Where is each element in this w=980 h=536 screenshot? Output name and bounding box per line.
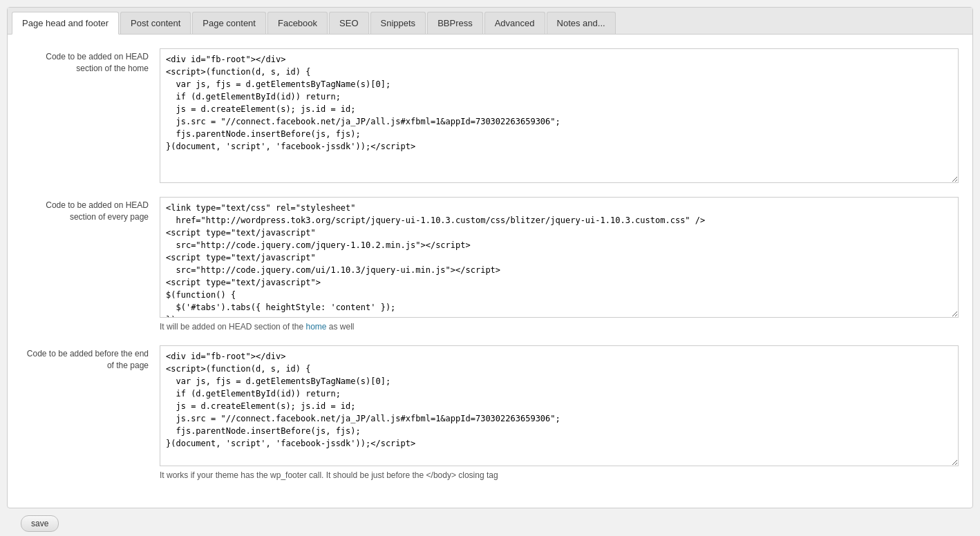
page-wrapper: Page head and footer Post content Page c…	[0, 0, 980, 536]
tab-bbpress[interactable]: BBPress	[427, 12, 483, 34]
label-before-end-page: Code to be added before the endof the pa…	[21, 345, 160, 372]
field-head-home: <div id="fb-root"></div> <script>(functi…	[160, 48, 959, 183]
textarea-before-end-page[interactable]: <div id="fb-root"></div> <script>(functi…	[160, 345, 959, 466]
field-head-every-page: <link type="text/css" rel="stylesheet" h…	[160, 197, 959, 332]
hint-before-end-page: It works if your theme has the wp_footer…	[160, 470, 959, 480]
section-head-home: Code to be added on HEADsection of the h…	[21, 48, 959, 183]
tab-page-content[interactable]: Page content	[192, 12, 266, 34]
tab-advanced[interactable]: Advanced	[484, 12, 545, 34]
tab-seo[interactable]: SEO	[329, 12, 368, 34]
tab-facebook[interactable]: Facebook	[267, 12, 328, 34]
tab-post-content[interactable]: Post content	[120, 12, 191, 34]
save-button[interactable]: save	[21, 515, 59, 532]
save-section: save	[7, 508, 973, 536]
tab-content-area: Code to be added on HEADsection of the h…	[8, 35, 972, 508]
tab-notes-and[interactable]: Notes and...	[547, 12, 616, 34]
field-before-end-page: <div id="fb-root"></div> <script>(functi…	[160, 345, 959, 480]
tab-snippets[interactable]: Snippets	[370, 12, 426, 34]
section-before-end-page: Code to be added before the endof the pa…	[21, 345, 959, 480]
section-head-every-page: Code to be added on HEADsection of every…	[21, 197, 959, 332]
label-head-home: Code to be added on HEADsection of the h…	[21, 48, 160, 75]
tabs-container: Page head and footer Post content Page c…	[7, 7, 973, 508]
label-head-every-page: Code to be added on HEADsection of every…	[21, 197, 160, 223]
textarea-head-home[interactable]: <div id="fb-root"></div> <script>(functi…	[160, 48, 959, 183]
textarea-head-every-page[interactable]: <link type="text/css" rel="stylesheet" h…	[160, 197, 959, 318]
tabs-nav: Page head and footer Post content Page c…	[8, 8, 972, 35]
tab-page-head-footer[interactable]: Page head and footer	[12, 12, 119, 35]
hint-head-every-page: It will be added on HEAD section of the …	[160, 322, 959, 332]
